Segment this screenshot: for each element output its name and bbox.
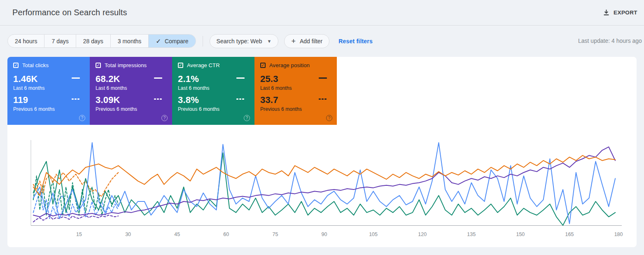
date-range-button-24-hours[interactable]: 24 hours [8,35,44,47]
performance-panel: ✓ Total clicks 1.46K Last 6 months 119 P… [7,57,637,247]
dashed-line-icon [319,98,327,100]
metric-card-total-impressions[interactable]: ✓ Total impressions 68.2K Last 6 months … [90,57,172,125]
metric-label: Total impressions [105,62,147,68]
filter-bar: 24 hours7 days28 days3 months ✓ Compare … [0,26,644,56]
search-type-dropdown[interactable]: Search type: Web ▼ [210,34,279,48]
metric-card-average-ctr[interactable]: ✓ Average CTR 2.1% Last 6 months 3.8% Pr… [172,57,254,125]
x-tick-label: 75 [272,232,278,237]
previous-period-label: Previous 6 months [260,106,302,112]
filter-divider [203,36,203,47]
app-header: Performance on Search results EXPORT [0,0,644,26]
export-label: EXPORT [614,9,637,16]
current-value: 2.1% [178,74,210,84]
metric-cards-row: ✓ Total clicks 1.46K Last 6 months 119 P… [7,57,637,125]
export-button[interactable]: EXPORT [599,6,642,19]
metric-card-total-clicks[interactable]: ✓ Total clicks 1.46K Last 6 months 119 P… [7,57,90,125]
current-period-label: Last 6 months [260,85,292,91]
previous-value: 33.7 [260,95,302,105]
x-tick-label: 90 [322,232,327,237]
previous-period-label: Previous 6 months [178,106,219,112]
x-tick-label: 105 [369,232,378,237]
metric-checkbox-icon[interactable]: ✓ [13,63,19,68]
x-tick-label: 165 [565,232,574,237]
previous-period-label: Previous 6 months [96,106,137,112]
x-tick-label: 120 [418,232,427,237]
help-icon[interactable]: ? [161,115,168,121]
dropdown-caret-icon: ▼ [267,39,272,44]
current-period-label: Last 6 months [178,85,210,91]
metric-header: ✓ Average CTR [178,62,249,68]
download-icon [603,9,610,16]
solid-line-icon [72,77,80,79]
previous-value: 119 [13,95,55,105]
search-console-performance-page: { "header": { "title": "Performance on S… [0,0,644,255]
date-range-button-3-months[interactable]: 3 months [110,35,149,47]
metric-label: Average CTR [187,62,220,68]
previous-value: 3.8% [178,95,219,105]
reset-filters-link[interactable]: Reset filters [338,38,373,44]
x-tick-label: 60 [223,232,229,237]
date-range-button-28-days[interactable]: 28 days [76,35,110,47]
current-period-label: Last 6 months [96,85,127,91]
metric-checkbox-icon[interactable]: ✓ [96,63,101,68]
dashed-line-icon [236,98,245,100]
metric-header: ✓ Total impressions [96,62,166,68]
series-total-impressions-previous-6-months [33,215,118,222]
x-tick-label: 30 [125,232,131,237]
search-type-label: Search type: Web [217,38,262,44]
metric-label: Average position [269,62,310,68]
current-value: 25.3 [260,74,292,84]
check-icon: ✓ [156,37,161,45]
add-filter-label: Add filter [300,38,322,44]
x-tick-label: 15 [76,232,82,237]
add-filter-button[interactable]: + Add filter [284,34,329,48]
current-value: 68.2K [96,74,127,84]
solid-line-icon [154,77,162,79]
date-range-button-7-days[interactable]: 7 days [44,35,75,47]
x-tick-label: 180 [614,232,623,237]
previous-value: 3.09K [96,95,137,105]
help-icon[interactable]: ? [326,115,332,121]
help-icon[interactable]: ? [244,115,250,121]
x-tick-label: 135 [467,232,476,237]
compare-label: Compare [165,38,189,44]
metric-header: ✓ Total clicks [13,62,84,68]
solid-line-icon [319,77,327,79]
metric-checkbox-icon[interactable]: ✓ [178,63,183,68]
x-tick-label: 150 [516,232,525,237]
previous-period-label: Previous 6 months [13,106,55,112]
chart-area: 153045607590105120135150165180 [7,125,637,247]
performance-chart[interactable]: 153045607590105120135150165180 [7,125,637,247]
current-period-label: Last 6 months [13,85,45,91]
series-total-impressions-last-6-months [33,147,615,217]
metric-card-average-position[interactable]: ✓ Average position 25.3 Last 6 months 33… [254,57,337,125]
solid-line-icon [236,77,245,79]
current-value: 1.46K [13,74,45,84]
dashed-line-icon [154,98,162,100]
metric-checkbox-icon[interactable]: ✓ [260,63,266,68]
metric-header: ✓ Average position [260,62,331,68]
dashed-line-icon [72,98,80,100]
date-range-group: 24 hours7 days28 days3 months ✓ Compare [7,34,196,48]
plus-icon: + [291,37,296,45]
compare-button[interactable]: ✓ Compare [148,35,195,47]
last-update-text: Last update: 4 hours ago [578,37,642,44]
metric-label: Total clicks [22,62,49,68]
x-tick-label: 45 [174,232,180,237]
help-icon[interactable]: ? [79,115,85,121]
page-title: Performance on Search results [12,8,127,17]
